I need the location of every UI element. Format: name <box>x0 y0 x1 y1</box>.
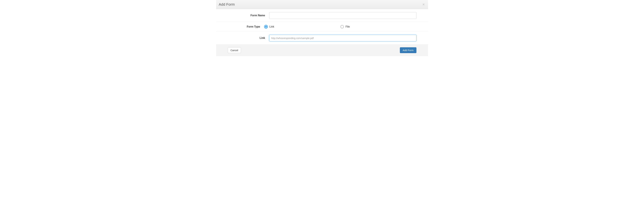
radio-label-link: Link <box>270 25 274 28</box>
radio-option-link[interactable]: Link <box>264 25 340 29</box>
close-icon[interactable]: × <box>422 3 425 6</box>
link-input[interactable] <box>269 35 416 41</box>
form-type-radio-group: Link File <box>264 25 416 29</box>
add-form-modal: Add Form × Form Name Form Type Link Fi <box>216 0 428 56</box>
add-form-button[interactable]: Add Form <box>400 47 416 53</box>
radio-label-file: File <box>346 25 350 28</box>
radio-option-file[interactable]: File <box>340 25 416 29</box>
radio-icon-unselected <box>340 25 344 29</box>
link-label: Link <box>218 37 269 40</box>
form-name-input[interactable] <box>269 12 416 19</box>
form-name-row: Form Name <box>216 9 428 22</box>
modal-body: Form Name Form Type Link File <box>216 9 428 44</box>
modal-footer: Cancel Add Form <box>216 44 428 56</box>
link-field <box>269 35 426 41</box>
cancel-button[interactable]: Cancel <box>228 47 241 53</box>
form-type-label: Form Type <box>218 25 264 28</box>
modal-title: Add Form <box>219 2 235 7</box>
modal-header: Add Form × <box>216 0 428 9</box>
radio-icon-selected <box>264 25 268 29</box>
form-name-label: Form Name <box>218 14 269 17</box>
form-type-row: Form Type Link File <box>216 22 428 32</box>
form-type-field: Link File <box>264 25 426 29</box>
form-name-field <box>269 12 426 19</box>
link-row: Link <box>216 32 428 44</box>
